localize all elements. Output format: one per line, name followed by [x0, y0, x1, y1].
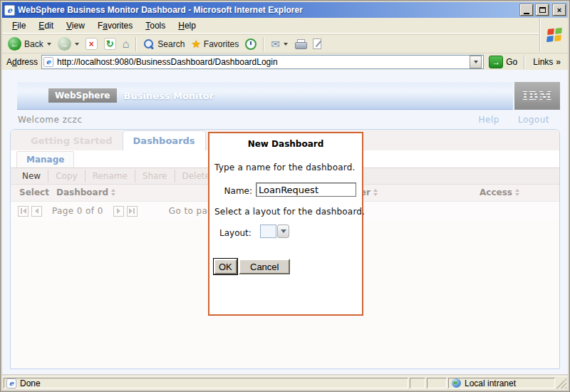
- menu-file[interactable]: File: [6, 19, 31, 32]
- favorites-button[interactable]: ★ Favorites: [190, 38, 240, 50]
- ok-button[interactable]: OK: [214, 259, 237, 274]
- search-label: Search: [157, 39, 185, 49]
- windows-logo-icon: [546, 28, 562, 42]
- mail-button[interactable]: ✉: [269, 38, 289, 50]
- home-button[interactable]: ⌂: [121, 38, 131, 51]
- page-viewport: WebSphere Business Monitor IBM Welcome z…: [2, 70, 568, 376]
- triangle-right-icon: [129, 208, 133, 214]
- resize-grip[interactable]: [556, 378, 566, 388]
- ie-page-icon: e: [43, 57, 53, 67]
- layout-label: Layout:: [219, 228, 252, 238]
- layout-value-box[interactable]: [260, 225, 276, 238]
- maximize-button[interactable]: [536, 4, 549, 16]
- links-button[interactable]: Links »: [530, 57, 564, 67]
- status-section: e Done: [4, 378, 408, 388]
- layout-dropdown-button[interactable]: [277, 225, 289, 238]
- toolbar-separator: [135, 37, 137, 51]
- title-bar: e WebSphere Business Monitor Dashboard -…: [2, 2, 568, 18]
- chevron-down-icon: [474, 61, 478, 63]
- zone-label: Local intranet: [465, 378, 516, 388]
- triangle-right-icon: [117, 208, 120, 214]
- column-access[interactable]: Access: [480, 187, 519, 197]
- minimize-button[interactable]: [520, 4, 533, 16]
- rename-button[interactable]: Rename: [86, 170, 135, 182]
- dialog-title: New Dashboard: [209, 139, 362, 149]
- cancel-button[interactable]: Cancel: [239, 259, 290, 274]
- home-icon: ⌂: [123, 38, 130, 50]
- browser-window: e WebSphere Business Monitor Dashboard -…: [0, 0, 570, 392]
- welcome-text: Welcome zczc: [18, 115, 83, 125]
- triangle-left-icon: [35, 208, 38, 214]
- close-icon: ×: [557, 6, 561, 14]
- chevron-down-icon: [281, 229, 286, 233]
- go-button[interactable]: → Go: [487, 56, 519, 68]
- print-button[interactable]: [293, 38, 308, 49]
- ie-window-icon: e: [4, 5, 15, 16]
- history-button[interactable]: [244, 38, 258, 51]
- last-page-button[interactable]: [127, 206, 138, 217]
- back-button[interactable]: ← Back: [6, 36, 53, 51]
- refresh-button[interactable]: ↻: [103, 37, 118, 51]
- name-label: Name:: [209, 186, 252, 196]
- column-dashboard[interactable]: Dashboard: [56, 187, 115, 197]
- sort-icon[interactable]: [515, 189, 519, 196]
- top-links: Help Logout: [479, 115, 549, 125]
- tab-getting-started[interactable]: Getting Started: [21, 131, 123, 150]
- minimize-icon: [524, 13, 529, 14]
- status-bar: e Done Local intranet: [2, 376, 568, 390]
- stop-button[interactable]: ×: [84, 37, 99, 51]
- new-button[interactable]: New: [15, 170, 48, 182]
- page-indicator: Page 0 of 0: [52, 206, 103, 216]
- search-button[interactable]: Search: [142, 38, 186, 51]
- menu-edit[interactable]: Edit: [33, 19, 59, 32]
- triangle-left-icon: [23, 208, 26, 214]
- product-name: Business Monitor: [124, 91, 214, 101]
- forward-button[interactable]: →: [56, 36, 81, 51]
- app-banner: WebSphere Business Monitor IBM: [17, 82, 560, 110]
- maximize-icon: [539, 7, 546, 13]
- share-button[interactable]: Share: [135, 170, 175, 182]
- tab-dashboards[interactable]: Dashboards: [123, 130, 206, 150]
- back-dropdown-icon[interactable]: [47, 43, 51, 46]
- layout-combobox[interactable]: [260, 225, 289, 238]
- first-page-button[interactable]: [18, 206, 28, 217]
- layout-prompt: Select a layout for the dashboard.: [214, 207, 365, 217]
- sort-icon[interactable]: [373, 189, 378, 196]
- close-button[interactable]: ×: [553, 4, 566, 16]
- stop-icon: ×: [86, 38, 98, 50]
- address-dropdown-button[interactable]: [470, 56, 482, 68]
- name-input[interactable]: [256, 182, 356, 197]
- forward-dropdown-icon[interactable]: [75, 43, 79, 46]
- refresh-icon: ↻: [104, 38, 116, 50]
- copy-button[interactable]: Copy: [48, 170, 85, 182]
- search-icon: [143, 38, 155, 50]
- tab-manage[interactable]: Manage: [16, 151, 74, 167]
- printer-icon: [294, 39, 306, 48]
- ie-page-icon: e: [6, 378, 16, 388]
- menu-view[interactable]: View: [61, 19, 90, 32]
- toolbar-separator: [524, 55, 525, 69]
- go-arrow-icon: →: [489, 56, 503, 68]
- forward-icon: →: [58, 37, 71, 51]
- status-panel-2: [427, 378, 447, 388]
- menu-help[interactable]: Help: [172, 19, 202, 32]
- name-prompt: Type a name for the dashboard.: [214, 163, 356, 172]
- back-icon: ←: [8, 37, 21, 51]
- logout-link[interactable]: Logout: [518, 115, 549, 125]
- history-icon: [245, 38, 256, 50]
- last-page-icon: [133, 208, 135, 214]
- menu-favorites[interactable]: Favorites: [92, 19, 138, 32]
- address-label: Address: [6, 57, 38, 67]
- help-link[interactable]: Help: [479, 115, 499, 125]
- websphere-badge: WebSphere: [48, 88, 117, 103]
- previous-page-button[interactable]: [31, 206, 42, 217]
- mail-dropdown-icon[interactable]: [284, 43, 288, 46]
- address-input[interactable]: e http://localhost:9080/BusinessDashboar…: [41, 55, 484, 69]
- menu-bar: File Edit View Favorites Tools Help: [2, 18, 539, 33]
- sort-icon[interactable]: [111, 189, 115, 196]
- menu-tools[interactable]: Tools: [140, 19, 171, 32]
- next-page-button[interactable]: [113, 206, 124, 217]
- edit-button[interactable]: [311, 38, 323, 50]
- first-page-icon: [21, 208, 22, 214]
- edit-page-icon: [313, 38, 321, 49]
